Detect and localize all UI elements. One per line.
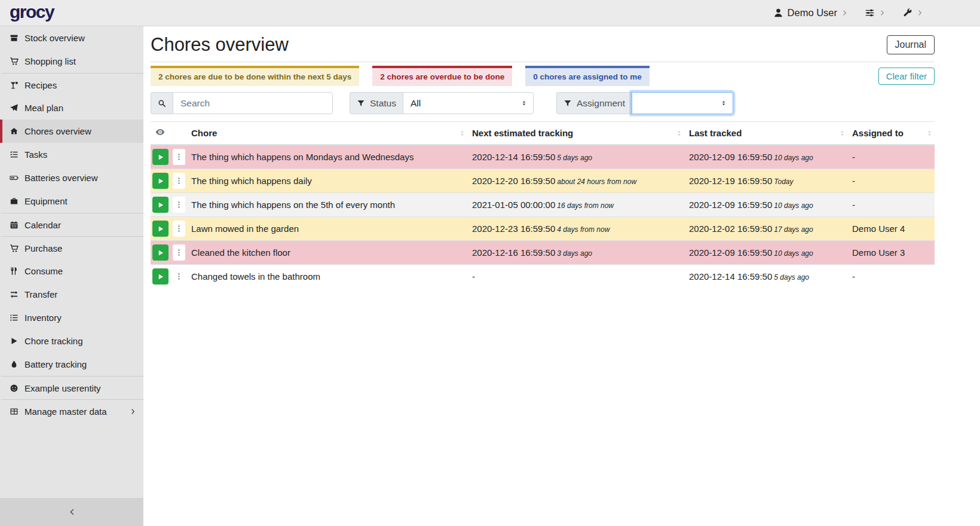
- next-tracking-datetime: 2020-12-23 16:59:50: [472, 224, 555, 234]
- row-context-menu-button[interactable]: [173, 244, 185, 261]
- filter-icon: [564, 99, 572, 108]
- sidebar-item-transfer[interactable]: Transfer: [0, 283, 143, 306]
- last-tracked-datetime: 2020-12-14 16:59:50: [689, 271, 772, 282]
- admin-menu[interactable]: [902, 8, 923, 18]
- track-chore-execution-button[interactable]: [152, 268, 169, 285]
- sidebar-item-manage-master-data[interactable]: Manage master data: [0, 399, 143, 423]
- header-last-tracked[interactable]: Last tracked: [684, 122, 847, 145]
- settings-menu[interactable]: [865, 8, 886, 18]
- track-chore-execution-button[interactable]: [152, 173, 169, 189]
- sort-icon[interactable]: [838, 129, 846, 137]
- play-icon: [157, 273, 164, 280]
- list-icon: [8, 313, 20, 322]
- filter-icon: [357, 99, 365, 108]
- wrench-icon: [902, 8, 912, 18]
- brand-logo[interactable]: grocy: [10, 3, 54, 23]
- table-row: The thing which happens daily 2020-12-20…: [151, 169, 935, 193]
- user-menu[interactable]: Demo User: [773, 7, 848, 19]
- sidebar-item-battery-tracking[interactable]: Battery tracking: [0, 353, 143, 376]
- sidebar-item-meal-plan[interactable]: Meal plan: [0, 96, 143, 120]
- search-group: [151, 92, 333, 114]
- banner-due-soon[interactable]: 2 chores are due to be done within the n…: [151, 66, 359, 86]
- chevron-left-icon: [68, 508, 76, 516]
- assigned-to: Demo User 4: [847, 217, 935, 241]
- sidebar-item-calendar[interactable]: Calendar: [0, 213, 143, 236]
- assignment-select[interactable]: [632, 92, 733, 114]
- status-filter-label: Status: [370, 98, 396, 109]
- header-assigned-to[interactable]: Assigned to: [847, 122, 935, 145]
- toolbox-icon: [8, 197, 20, 206]
- status-filter-group: Status All: [350, 92, 534, 114]
- track-chore-execution-button[interactable]: [152, 149, 169, 165]
- status-select[interactable]: All: [403, 92, 534, 114]
- row-context-menu-button[interactable]: [173, 173, 185, 189]
- title-divider: [151, 62, 935, 62]
- cart-icon: [8, 57, 20, 66]
- sidebar-item-tasks[interactable]: Tasks: [0, 143, 143, 166]
- sort-icon[interactable]: [458, 129, 466, 137]
- exchange-icon: [8, 290, 20, 299]
- sidebar-item-consume[interactable]: Consume: [0, 259, 143, 283]
- sidebar-item-example-userentity[interactable]: Example userentity: [0, 376, 143, 399]
- search-input[interactable]: [173, 92, 333, 114]
- sort-icon[interactable]: [675, 129, 683, 137]
- eye-icon[interactable]: [155, 127, 165, 137]
- track-chore-execution-button[interactable]: [152, 221, 169, 237]
- tasks-icon: [8, 150, 20, 159]
- cocktail-icon: [8, 81, 20, 90]
- sidebar-item-batteries-overview[interactable]: Batteries overview: [0, 166, 143, 189]
- sort-icon[interactable]: [926, 129, 933, 137]
- assignment-filter-group: Assignment: [556, 92, 733, 114]
- user-name-label: Demo User: [788, 7, 837, 19]
- row-context-menu-button[interactable]: [173, 149, 185, 165]
- sidebar-collapse-button[interactable]: [0, 498, 143, 526]
- play-icon: [8, 337, 20, 345]
- assignment-filter-label: Assignment: [577, 98, 625, 109]
- sidebar-item-purchase[interactable]: Purchase: [0, 236, 143, 259]
- last-tracked-relative: 10 days ago: [774, 249, 813, 258]
- app-root: grocy Demo User Stock overview Shopping …: [0, 0, 980, 526]
- sidebar-item-stock-overview[interactable]: Stock overview: [0, 26, 143, 50]
- last-tracked-relative: 17 days ago: [774, 225, 813, 234]
- ellipsis-v-icon: [175, 249, 183, 256]
- chevron-right-icon: [879, 10, 886, 16]
- play-icon: [157, 225, 164, 233]
- header-chore[interactable]: Chore: [186, 122, 467, 145]
- track-chore-execution-button[interactable]: [152, 244, 169, 261]
- chore-name: Changed towels in the bathroom: [186, 265, 467, 289]
- sidebar-item-chore-tracking[interactable]: Chore tracking: [0, 329, 143, 353]
- header-next-estimated-tracking[interactable]: Next estimated tracking: [467, 122, 684, 145]
- sidebar-item-equipment[interactable]: Equipment: [0, 189, 143, 213]
- sidebar-item-inventory[interactable]: Inventory: [0, 306, 143, 329]
- navbar-menu: Demo User: [773, 7, 980, 19]
- next-tracking-datetime: -: [472, 271, 475, 282]
- track-chore-execution-button[interactable]: [152, 197, 169, 213]
- table-row: Cleaned the kitchen floor 2020-12-16 16:…: [151, 241, 935, 265]
- sidebar-item-recipes[interactable]: Recipes: [0, 73, 143, 96]
- calendar-icon: [8, 221, 20, 230]
- header-column-visibility: [151, 122, 186, 145]
- next-tracking-relative: 3 days ago: [557, 249, 592, 258]
- ellipsis-v-icon: [175, 201, 183, 209]
- select-arrows-icon: [521, 99, 527, 108]
- banner-assigned-me[interactable]: 0 chores are assigned to me: [525, 66, 650, 86]
- row-context-menu-button[interactable]: [173, 268, 185, 285]
- table-header-row: Chore Next estimated tracking Last track…: [151, 122, 935, 145]
- row-context-menu-button[interactable]: [173, 221, 185, 237]
- clear-filter-button[interactable]: Clear filter: [878, 68, 935, 85]
- sidebar-item-shopping-list[interactable]: Shopping list: [0, 50, 143, 73]
- select-arrows-icon: [721, 99, 727, 108]
- table-row: The thing which happens on the 5th of ev…: [151, 193, 935, 217]
- chevron-right-icon: [917, 10, 923, 16]
- last-tracked-relative: 10 days ago: [774, 201, 813, 210]
- next-tracking-relative: about 24 hours from now: [557, 178, 636, 186]
- play-icon: [157, 201, 164, 209]
- journal-button[interactable]: Journal: [887, 35, 935, 54]
- chore-name: Cleaned the kitchen floor: [186, 241, 467, 265]
- ellipsis-v-icon: [175, 177, 183, 185]
- assigned-to: Demo User 3: [847, 241, 935, 265]
- sidebar-item-chores-overview[interactable]: Chores overview: [0, 120, 143, 143]
- sidebar: Stock overview Shopping list Recipes Mea…: [0, 26, 143, 526]
- row-context-menu-button[interactable]: [173, 197, 185, 213]
- banner-overdue[interactable]: 2 chores are overdue to be done: [372, 66, 512, 86]
